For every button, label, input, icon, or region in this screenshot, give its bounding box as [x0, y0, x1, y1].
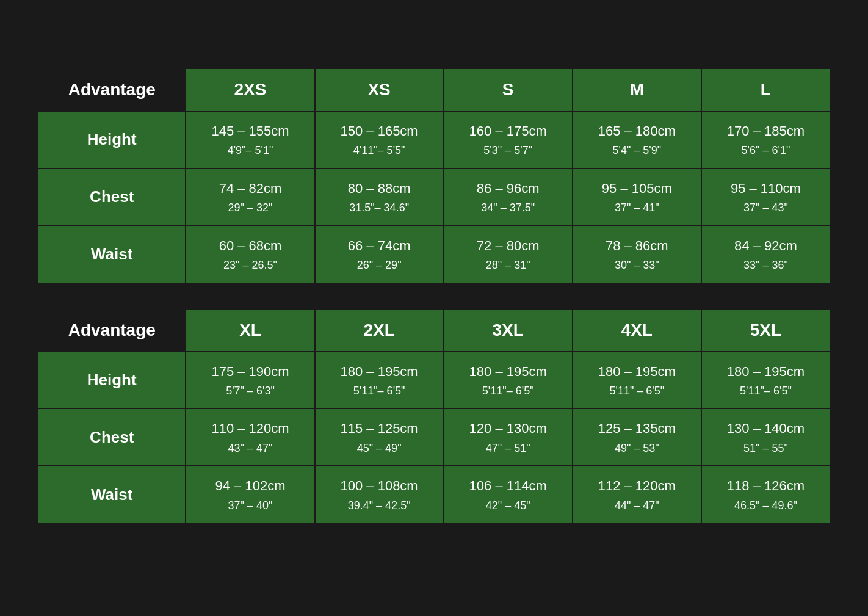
table1-body-row2-col2: 72 – 80cm28" – 31": [444, 226, 573, 283]
table2-body-row1-col3: 125 – 135cm49" – 53": [573, 408, 701, 466]
table1-body-row0-col3: 165 – 180cm5'4" – 5'9": [573, 111, 701, 168]
table2-body-row1-col4: 130 – 140cm51" – 55": [701, 408, 830, 466]
table1-body-row2-col0: 60 – 68cm23" – 26.5": [186, 226, 314, 283]
table1-body-row0-col1: 150 – 165cm4'11"– 5'5": [315, 111, 444, 168]
table1-col-2xs: 2XS: [186, 68, 314, 111]
size-table-large: Advantage XL 2XL 3XL 4XL 5XL Height175 –…: [37, 308, 831, 524]
table1-body-row1-col3: 95 – 105cm37" – 41": [573, 168, 701, 226]
table2-body-row0-label: Height: [38, 352, 186, 409]
table2-header-label: Advantage: [38, 309, 186, 352]
table2-body-row2-col0: 94 – 102cm37" – 40": [186, 466, 314, 523]
table1-col-l: L: [701, 68, 830, 111]
table1-col-m: M: [573, 68, 701, 111]
table1-body-row2-col1: 66 – 74cm26" – 29": [315, 226, 444, 283]
table2-col-2xl: 2XL: [315, 309, 444, 352]
table2-body-row2-col4: 118 – 126cm46.5" – 49.6": [701, 466, 830, 523]
table2-body-row1-label: Chest: [38, 408, 186, 466]
table1-body-row1-col1: 80 – 88cm31.5"– 34.6": [315, 168, 444, 226]
table1-body-row2-label: Waist: [38, 226, 186, 283]
table1-body-row1-col4: 95 – 110cm37" – 43": [701, 168, 830, 226]
table2-body-row0-col3: 180 – 195cm5'11" – 6'5": [573, 352, 701, 409]
table2-body-row2-col1: 100 – 108cm39.4" – 42.5": [315, 466, 444, 523]
table2-body-row0-col4: 180 – 195cm5'11"– 6'5": [701, 352, 830, 409]
table2-body-row2-col2: 106 – 114cm42" – 45": [444, 466, 573, 523]
table2-body-row0-col2: 180 – 195cm5'11"– 6'5": [444, 352, 573, 409]
table2-body-row1-col1: 115 – 125cm45" – 49": [315, 408, 444, 466]
table1-col-xs: XS: [315, 68, 444, 111]
table1-body-row0-col2: 160 – 175cm5'3" – 5'7": [444, 111, 573, 168]
table2-body-row2-col3: 112 – 120cm44" – 47": [573, 466, 701, 523]
table1-col-s: S: [444, 68, 573, 111]
table2-body-row1-col2: 120 – 130cm47" – 51": [444, 408, 573, 466]
table1-body-row2-col4: 84 – 92cm33" – 36": [701, 226, 830, 283]
table2-body-row0-col1: 180 – 195cm5'11"– 6'5": [315, 352, 444, 409]
table1-header-label: Advantage: [38, 68, 186, 111]
table1-body-row0-col4: 170 – 185cm5'6" – 6'1": [701, 111, 830, 168]
table1-body-row2-col3: 78 – 86cm30" – 33": [573, 226, 701, 283]
table2-body-row0-col0: 175 – 190cm5'7" – 6'3": [186, 352, 314, 409]
table1-body-row1-label: Chest: [38, 168, 186, 226]
table1-body-row1-col2: 86 – 96cm34" – 37.5": [444, 168, 573, 226]
table2-body-row1-col0: 110 – 120cm43" – 47": [186, 408, 314, 466]
table2-col-4xl: 4XL: [573, 309, 701, 352]
table2-col-xl: XL: [186, 309, 314, 352]
table2-col-5xl: 5XL: [701, 309, 830, 352]
table1-body-row0-col0: 145 – 155cm4'9"– 5'1": [186, 111, 314, 168]
table1-body-row0-label: Height: [38, 111, 186, 168]
size-table-small: Advantage 2XS XS S M L Height145 – 155cm…: [37, 68, 831, 284]
table2-body-row2-label: Waist: [38, 466, 186, 523]
table2-col-3xl: 3XL: [444, 309, 573, 352]
table1-body-row1-col0: 74 – 82cm29" – 32": [186, 168, 314, 226]
